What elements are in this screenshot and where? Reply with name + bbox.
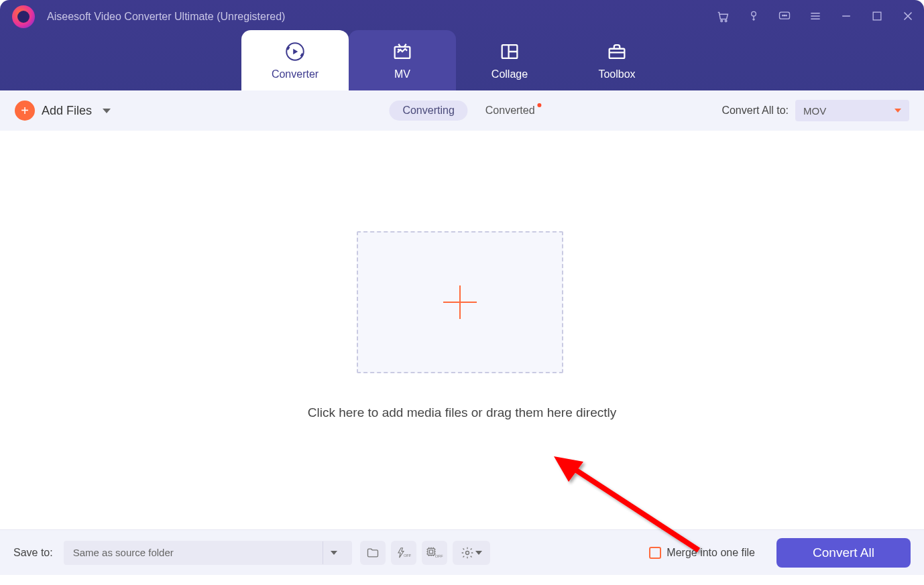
svg-text:OFF: OFF (435, 554, 443, 558)
svg-marker-14 (554, 456, 583, 482)
tab-collage[interactable]: Collage (456, 30, 563, 90)
merge-label: Merge into one file (667, 547, 755, 559)
convert-all-button[interactable]: Convert All (776, 538, 911, 568)
save-to-value: Same as source folder (73, 547, 174, 558)
output-format-dropdown[interactable]: MOV (795, 100, 909, 121)
tab-mv-label: MV (394, 68, 410, 80)
tab-converter[interactable]: Converter (241, 30, 349, 90)
tab-toolbox[interactable]: Toolbox (563, 30, 671, 90)
key-icon[interactable] (744, 7, 763, 25)
tab-collage-label: Collage (492, 68, 528, 80)
add-files-label: Add Files (42, 104, 92, 118)
merge-checkbox[interactable]: Merge into one file (649, 547, 755, 559)
plus-icon: + (15, 101, 35, 121)
svg-rect-7 (873, 12, 881, 20)
chevron-down-icon (894, 109, 901, 113)
converted-tab[interactable]: Converted (485, 105, 535, 117)
svg-rect-17 (429, 549, 432, 553)
gpu-accel-button[interactable]: OFF (422, 541, 447, 565)
svg-point-6 (786, 15, 787, 16)
save-to-label: Save to: (13, 547, 53, 559)
tab-mv[interactable]: MV (349, 30, 456, 90)
footer: Save to: Same as source folder OFF OFF M… (0, 529, 924, 575)
svg-point-0 (721, 20, 723, 22)
chevron-down-icon (103, 109, 111, 113)
menu-icon[interactable] (806, 7, 825, 25)
converting-tab[interactable]: Converting (389, 101, 467, 121)
app-header: Aiseesoft Video Converter Ultimate (Unre… (0, 0, 924, 90)
minimize-button[interactable] (837, 7, 856, 25)
cart-icon[interactable] (713, 7, 732, 25)
save-to-dropdown[interactable]: Same as source folder (64, 541, 352, 565)
chevron-down-icon (331, 551, 337, 555)
settings-button[interactable] (453, 541, 490, 565)
main-content: Click here to add media files or drag th… (0, 131, 924, 529)
close-button[interactable] (899, 7, 917, 25)
svg-point-1 (725, 20, 727, 22)
svg-point-19 (465, 551, 469, 554)
svg-point-2 (752, 11, 756, 16)
maximize-button[interactable] (868, 7, 886, 25)
app-logo-icon (12, 5, 35, 28)
tab-toolbox-label: Toolbox (598, 68, 635, 80)
plus-icon (459, 285, 461, 319)
svg-point-5 (784, 15, 785, 16)
notification-dot-icon (538, 103, 542, 107)
feedback-icon[interactable] (775, 7, 794, 25)
dropzone-hint-text: Click here to add media files or drag th… (0, 405, 924, 420)
toolbar: + Add Files Converting Converted Convert… (0, 90, 924, 131)
svg-point-10 (398, 49, 400, 51)
add-files-dropzone[interactable] (357, 231, 563, 373)
convert-all-to-label: Convert All to: (721, 105, 789, 117)
checkbox-icon (649, 547, 661, 559)
hardware-accel-button[interactable]: OFF (391, 541, 416, 565)
tab-converter-label: Converter (272, 68, 319, 80)
open-folder-button[interactable] (360, 541, 386, 565)
chevron-down-icon (475, 551, 482, 555)
svg-point-4 (783, 15, 783, 16)
converted-label: Converted (485, 105, 535, 116)
svg-text:OFF: OFF (404, 554, 412, 558)
output-format-value: MOV (803, 105, 826, 117)
svg-rect-12 (610, 49, 625, 58)
app-title: Aiseesoft Video Converter Ultimate (Unre… (47, 11, 285, 23)
add-files-button[interactable]: + Add Files (15, 101, 111, 121)
svg-rect-16 (428, 548, 435, 555)
